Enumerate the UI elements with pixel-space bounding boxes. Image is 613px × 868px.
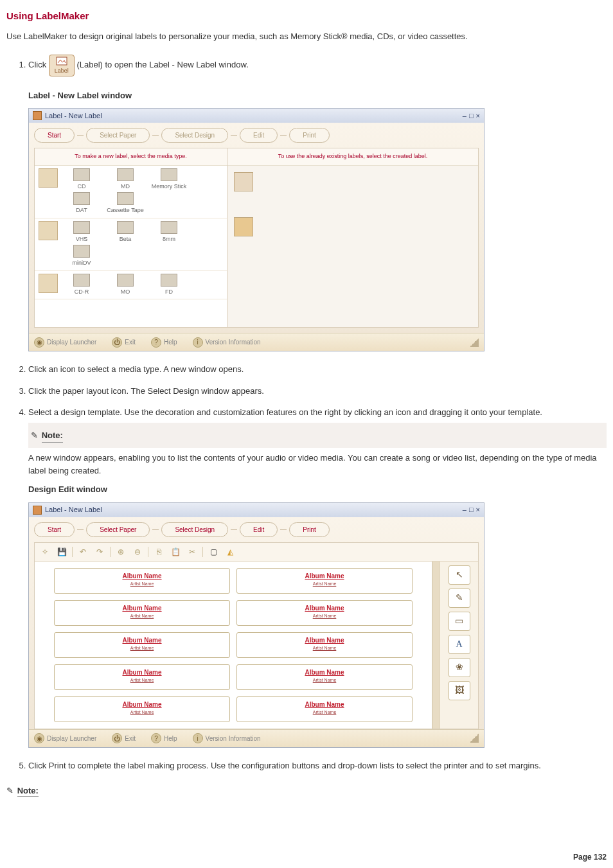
- media-8mm[interactable]: 8mm: [149, 221, 189, 244]
- label-cell[interactable]: Album NameArtist Name: [236, 568, 413, 594]
- warning-icon[interactable]: ◭: [224, 545, 236, 558]
- media-minidv[interactable]: miniDV: [62, 245, 102, 268]
- help-button[interactable]: ?Help: [151, 733, 177, 743]
- close-button[interactable]: ×: [476, 111, 480, 121]
- new-icon[interactable]: ✧: [39, 545, 51, 558]
- design-edit-caption: Design Edit window: [28, 483, 607, 496]
- step-2: Click an icon to select a media type. A …: [28, 363, 607, 376]
- bottom-note-heading: Note:: [17, 786, 39, 797]
- step-1: Click Label (Label) to open the Label - …: [28, 55, 607, 352]
- wizard-print[interactable]: Print: [289, 522, 330, 537]
- help-button[interactable]: ?Help: [151, 337, 177, 348]
- undo-icon[interactable]: ↶: [76, 545, 89, 558]
- exit-button[interactable]: ⏻Exit: [112, 337, 136, 348]
- pointer-tool-icon[interactable]: ↖: [449, 565, 470, 585]
- steps-list: Click Label (Label) to open the Label - …: [6, 55, 607, 772]
- save-icon[interactable]: 💾: [55, 545, 68, 558]
- cut-icon[interactable]: ✂: [186, 545, 199, 558]
- media-cd[interactable]: CD: [62, 168, 102, 191]
- media-pane-header: To make a new label, select the media ty…: [35, 148, 227, 166]
- step-1-after: (Label) to open the Label - New Label wi…: [76, 60, 248, 69]
- image-tool-icon[interactable]: 🖼: [449, 681, 470, 700]
- category-icon: [39, 221, 58, 240]
- zoom-in-icon[interactable]: ⊕: [114, 545, 127, 558]
- note-body: A new window appears, enabling you to li…: [28, 452, 607, 477]
- pencil-tool-icon[interactable]: ✎: [449, 589, 470, 608]
- label-cell[interactable]: Album NameArtist Name: [54, 696, 230, 722]
- label-canvas[interactable]: Album NameArtist Name Album NameArtist N…: [35, 562, 432, 729]
- wizard-edit[interactable]: Edit: [240, 522, 278, 537]
- media-cdr[interactable]: CD-R: [62, 274, 102, 297]
- label-cell[interactable]: Album NameArtist Name: [236, 696, 413, 722]
- media-type-pane: To make a new label, select the media ty…: [35, 148, 227, 327]
- label-cell[interactable]: Album NameArtist Name: [236, 632, 413, 658]
- wizard-start[interactable]: Start: [34, 522, 75, 537]
- media-dat[interactable]: DAT: [62, 192, 102, 215]
- version-info-button[interactable]: iVersion Information: [193, 337, 261, 348]
- label-cell[interactable]: Album NameArtist Name: [54, 664, 230, 690]
- media-mo[interactable]: MO: [105, 274, 145, 297]
- maximize-button[interactable]: □: [469, 111, 474, 121]
- label-cell[interactable]: Album NameArtist Name: [54, 568, 230, 594]
- minimize-button[interactable]: –: [463, 111, 466, 121]
- label-cell[interactable]: Album NameArtist Name: [236, 664, 413, 690]
- close-button[interactable]: ×: [476, 504, 480, 515]
- label-icon-caption: Label: [49, 67, 74, 76]
- existing-pane-header: To use the already existing labels, sele…: [227, 148, 478, 166]
- media-memorystick[interactable]: Memory Stick: [149, 168, 189, 191]
- media-fd[interactable]: FD: [149, 274, 189, 297]
- label-button-icon: Label: [49, 55, 75, 76]
- note-icon: ✎: [6, 786, 13, 795]
- media-cassette[interactable]: Cassette Tape: [105, 192, 145, 215]
- media-md[interactable]: MD: [105, 168, 145, 191]
- media-vhs[interactable]: VHS: [62, 221, 102, 244]
- version-info-button[interactable]: iVersion Information: [193, 733, 261, 743]
- edit-toolbar: ✧ 💾 ↶ ↷ ⊕ ⊖ ⎘ 📋 ✂ ▢ ◭: [35, 543, 478, 562]
- copy-icon[interactable]: ⎘: [152, 545, 165, 558]
- wizard-select-paper[interactable]: Select Paper: [86, 128, 150, 143]
- app-icon: [33, 111, 42, 120]
- text-tool-icon[interactable]: A: [449, 635, 470, 654]
- label-cell[interactable]: Album NameArtist Name: [54, 600, 230, 626]
- stamp-tool-icon[interactable]: ❀: [449, 658, 470, 677]
- vertical-scrollbar[interactable]: [432, 562, 440, 729]
- display-launcher-button[interactable]: ◉Display Launcher: [34, 733, 96, 743]
- wizard-select-paper[interactable]: Select Paper: [86, 522, 150, 537]
- media-beta[interactable]: Beta: [105, 221, 145, 244]
- app-footer: ◉Display Launcher ⏻Exit ?Help iVersion I…: [29, 729, 484, 747]
- wizard-print[interactable]: Print: [289, 128, 330, 143]
- bold-rect-icon[interactable]: ▢: [207, 545, 220, 558]
- tool-palette: ↖ ✎ ▭ A ❀ 🖼: [440, 562, 478, 729]
- page-title: Using LabelMaker: [6, 10, 607, 21]
- existing-label-1[interactable]: [234, 172, 253, 191]
- rectangle-tool-icon[interactable]: ▭: [449, 612, 470, 631]
- redo-icon[interactable]: ↷: [93, 545, 106, 558]
- wizard-steps: Start Select Paper Select Design Edit Pr…: [34, 522, 479, 537]
- step-4: Select a design template. Use the decora…: [28, 406, 607, 748]
- resize-grip[interactable]: [470, 338, 479, 347]
- design-edit-window: Label - New Label – □ × Start Select Pap…: [28, 502, 484, 748]
- zoom-out-icon[interactable]: ⊖: [131, 545, 144, 558]
- paste-icon[interactable]: 📋: [169, 545, 182, 558]
- existing-label-2[interactable]: [234, 217, 253, 236]
- maximize-button[interactable]: □: [469, 504, 474, 515]
- app-footer: ◉Display Launcher ⏻Exit ?Help iVersion I…: [29, 333, 484, 351]
- new-label-window-caption: Label - New Label window: [28, 89, 607, 102]
- minimize-button[interactable]: –: [463, 504, 466, 515]
- note-heading: Note:: [42, 429, 63, 443]
- note-block: ✎ Note:: [28, 423, 607, 448]
- media-panel: To make a new label, select the media ty…: [34, 148, 479, 328]
- label-cell[interactable]: Album NameArtist Name: [236, 600, 413, 626]
- display-launcher-button[interactable]: ◉Display Launcher: [34, 337, 96, 348]
- existing-labels-pane: To use the already existing labels, sele…: [227, 148, 478, 327]
- resize-grip[interactable]: [470, 734, 479, 743]
- step-3: Click the paper layout icon. The Select …: [28, 385, 607, 398]
- label-cell[interactable]: Album NameArtist Name: [54, 632, 230, 658]
- wizard-select-design[interactable]: Select Design: [161, 522, 228, 537]
- wizard-select-design[interactable]: Select Design: [161, 128, 228, 143]
- category-icon: [39, 168, 58, 188]
- intro-text: Use LabelMaker to design original labels…: [6, 30, 607, 43]
- exit-button[interactable]: ⏻Exit: [112, 733, 136, 743]
- wizard-edit[interactable]: Edit: [240, 128, 278, 143]
- wizard-start[interactable]: Start: [34, 128, 75, 143]
